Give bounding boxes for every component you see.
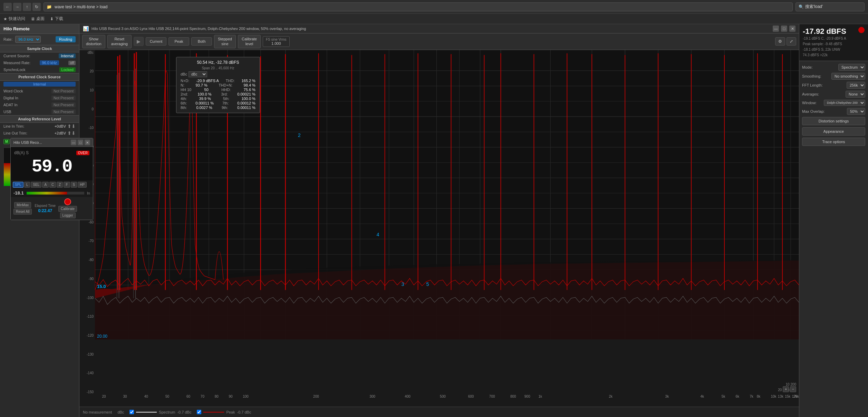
svg-text:20.00: 20.00 bbox=[97, 334, 107, 338]
back-button[interactable]: ← bbox=[3, 3, 12, 11]
word-clock-value: Not Present bbox=[51, 89, 76, 93]
usb-row: USB Not Present bbox=[0, 108, 79, 115]
peak-button[interactable]: Peak bbox=[168, 37, 189, 46]
freq-label-20: 20 bbox=[102, 395, 106, 398]
expand-button[interactable]: ⤢ bbox=[787, 37, 796, 46]
tooltip-span: Span 20 .. 45,600 Hz bbox=[181, 66, 255, 70]
zoom-out-button[interactable]: − bbox=[790, 386, 796, 392]
elapsed-time: 0:22.47 bbox=[38, 208, 52, 213]
internal-row: Internal bbox=[0, 81, 79, 88]
zoom-in-button[interactable]: + bbox=[783, 386, 789, 392]
close-button[interactable]: ✕ bbox=[789, 26, 795, 32]
stepped-sine-button[interactable]: Stepped sine bbox=[214, 35, 236, 48]
spl-button[interactable]: SPL bbox=[13, 182, 23, 188]
s-button[interactable]: S bbox=[71, 182, 77, 188]
averages-select[interactable]: None bbox=[846, 91, 865, 98]
smoothing-select[interactable]: No smoothing bbox=[831, 73, 865, 80]
window-title: Hilo USB Record 3 on ASIO Lynx Hilo USB … bbox=[91, 27, 306, 31]
line-in-trim-row: Line In Trim: +0dBV ⬆⬇ bbox=[0, 123, 79, 130]
svg-text:4: 4 bbox=[377, 231, 379, 237]
synchrolock-value: Locked bbox=[59, 67, 76, 72]
star-icon: ★ bbox=[3, 17, 7, 21]
rate-select[interactable]: 96.0 kHz bbox=[15, 36, 41, 43]
freq-label-40: 40 bbox=[144, 395, 148, 398]
fft-select[interactable]: 256k bbox=[847, 82, 865, 89]
f-button[interactable]: F bbox=[64, 182, 70, 188]
digital-in-label: Digital In bbox=[3, 96, 18, 100]
freq-label-3k: 3k bbox=[665, 395, 669, 398]
tooltip-n-row: N: 93.7 % THD+N: 98.4 % bbox=[181, 83, 255, 87]
sub-close-button[interactable]: ✕ bbox=[85, 140, 90, 145]
calibrate-level-button[interactable]: Calibrate level bbox=[238, 35, 261, 48]
peak-checkbox[interactable] bbox=[197, 410, 201, 414]
freq-label-500: 500 bbox=[440, 395, 446, 398]
main-layout: Hilo Remote Rate: 96.0 kHz Routing Sampl… bbox=[0, 24, 868, 417]
both-button[interactable]: Both bbox=[191, 37, 212, 46]
current-source-value: Internal bbox=[59, 53, 76, 58]
mode-select[interactable]: Spectrum bbox=[838, 64, 865, 71]
logger-button[interactable]: Logger bbox=[60, 212, 76, 218]
line-in-trim-value: +0dBV ⬆⬇ bbox=[55, 123, 76, 129]
peak-label: Peak bbox=[226, 410, 235, 414]
forward-button[interactable]: → bbox=[13, 3, 21, 11]
a-button[interactable]: A bbox=[42, 182, 49, 188]
hp-button[interactable]: HP bbox=[78, 182, 87, 188]
measured-rate-value: 96.0 kHz bbox=[40, 60, 59, 65]
trace-options-button[interactable]: Trace options bbox=[802, 138, 865, 146]
reset-all-button[interactable]: Reset All bbox=[13, 209, 32, 215]
fav-desktop[interactable]: 🖥 桌面 bbox=[31, 16, 45, 22]
record-indicator bbox=[858, 27, 865, 33]
smoothing-row: Smoothing: No smoothing bbox=[802, 73, 865, 80]
search-box[interactable]: 🔍 搜索'load' bbox=[795, 2, 865, 11]
routing-button[interactable]: Routing bbox=[56, 36, 76, 42]
distortion-settings-button[interactable]: Distortion settings bbox=[802, 117, 865, 125]
calibrate-button[interactable]: Calibrate bbox=[58, 206, 77, 212]
reset-averaging-button[interactable]: Reset averaging bbox=[107, 35, 132, 48]
window-select[interactable]: Dolph-Chebyshev 200 bbox=[824, 100, 865, 106]
peak-status-item: Peak -0.7 dBc bbox=[197, 410, 251, 414]
settings-button[interactable]: ⚙ bbox=[775, 37, 785, 46]
fs-sine-label: FS sine Vrms bbox=[266, 38, 287, 41]
spectrum-label: Spectrum bbox=[159, 410, 175, 414]
address-bar[interactable]: 📁 wave test > multi-tone > load bbox=[44, 2, 793, 11]
synchrolock-label: SynchroLock bbox=[3, 68, 26, 72]
sel-button[interactable]: SEL bbox=[31, 182, 41, 188]
max-overlap-select[interactable]: 50% bbox=[847, 108, 865, 115]
tooltip-dbc-label: dBc bbox=[181, 72, 187, 76]
c-button[interactable]: C bbox=[49, 182, 56, 188]
sub-minimize-button[interactable]: — bbox=[71, 140, 76, 145]
current-button[interactable]: Current bbox=[146, 37, 166, 46]
m-button[interactable]: M bbox=[3, 139, 10, 144]
l-button[interactable]: L bbox=[24, 182, 30, 188]
level-details: -19.1 dBFS C, -20.9 dBFS A Peak sample: … bbox=[803, 36, 865, 58]
sub-restore-button[interactable]: □ bbox=[78, 140, 83, 145]
restore-button[interactable]: □ bbox=[781, 26, 787, 32]
sample-clock-title: Sample Clock bbox=[0, 45, 79, 52]
freq-label-600: 600 bbox=[468, 395, 474, 398]
refresh-button[interactable]: ↻ bbox=[32, 3, 41, 11]
usb-label: USB bbox=[3, 110, 11, 114]
measured-rate-row: Measured Rate: 96.0 kHz off bbox=[0, 59, 79, 66]
minimize-button[interactable]: — bbox=[773, 26, 779, 32]
appearance-button[interactable]: Appearance bbox=[802, 127, 865, 136]
dbc-item: dBc bbox=[117, 410, 124, 414]
record-button[interactable] bbox=[64, 198, 71, 205]
show-distortion-button[interactable]: Show distortion bbox=[82, 35, 105, 48]
left-panel: Hilo Remote Rate: 96.0 kHz Routing Sampl… bbox=[0, 24, 79, 417]
freq-label-8k: 8k bbox=[757, 395, 761, 398]
freq-label-60: 60 bbox=[186, 395, 190, 398]
line-out-trim-row: Line Out Trim: +2dBV ⬆⬇ bbox=[0, 130, 79, 137]
averages-label: Averages: bbox=[802, 92, 819, 96]
freq-label-50: 50 bbox=[165, 395, 169, 398]
fav-downloads[interactable]: ⬇ 下载 bbox=[50, 16, 63, 22]
analog-ref-title: Analog Reference Level bbox=[0, 115, 79, 123]
freq-label-700: 700 bbox=[489, 395, 495, 398]
up-button[interactable]: ↑ bbox=[23, 3, 31, 11]
z-button[interactable]: Z bbox=[57, 182, 63, 188]
spectrum-checkbox[interactable] bbox=[129, 410, 134, 414]
wav-button[interactable]: ▶ bbox=[134, 37, 144, 46]
fav-quick-access[interactable]: ★ 快速访问 bbox=[3, 16, 25, 22]
minmax-button[interactable]: MinMax bbox=[14, 202, 31, 208]
toolbar: Show distortion Reset averaging ▶ Curren… bbox=[79, 33, 799, 50]
tooltip-unit-select[interactable]: dBc dBFS bbox=[189, 71, 207, 77]
